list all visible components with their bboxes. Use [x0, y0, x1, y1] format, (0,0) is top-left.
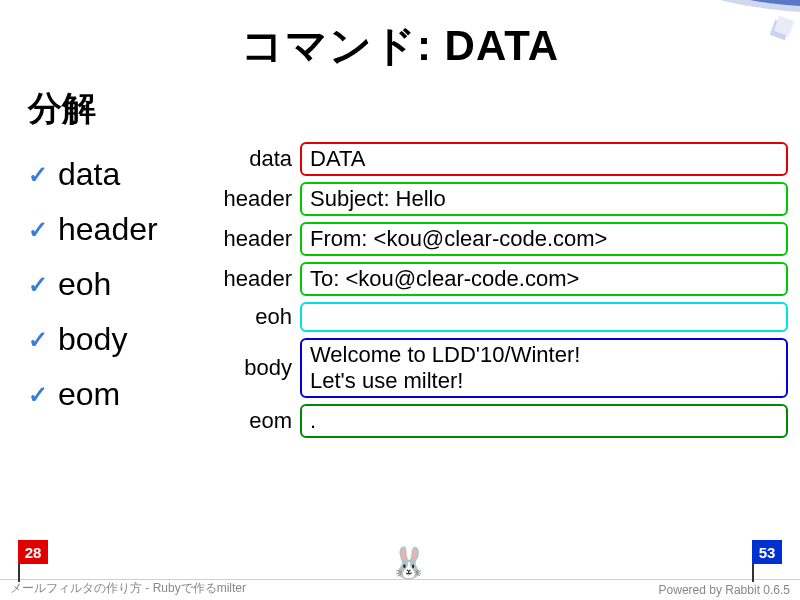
check-icon: ✓	[28, 381, 48, 409]
list-item: ✓body	[28, 321, 218, 358]
list-item: ✓data	[28, 156, 218, 193]
slide-subtitle: 分解	[28, 86, 800, 132]
corner-decoration	[680, 0, 800, 60]
row-label: eom	[218, 404, 300, 438]
list-item-label: body	[58, 321, 127, 358]
list-item: ✓eom	[28, 376, 218, 413]
rabbit-icon: 🐰	[390, 545, 427, 580]
row-label: header	[218, 222, 300, 256]
total-pages-number: 53	[752, 540, 782, 564]
check-icon: ✓	[28, 216, 48, 244]
diagram-row: body Welcome to LDD'10/Winter! Let's use…	[218, 338, 788, 398]
list-item: ✓header	[28, 211, 218, 248]
diagram-row: eom .	[218, 404, 788, 438]
list-item-label: eoh	[58, 266, 111, 303]
row-box-header: To: <kou@clear-code.com>	[300, 262, 788, 296]
diagram-row: header From: <kou@clear-code.com>	[218, 222, 788, 256]
row-box-eom: .	[300, 404, 788, 438]
row-label: data	[218, 142, 300, 176]
row-box-header: Subject: Hello	[300, 182, 788, 216]
row-label: header	[218, 262, 300, 296]
row-box-eoh	[300, 302, 788, 332]
footer-right-text: Powered by Rabbit 0.6.5	[659, 583, 790, 597]
check-icon: ✓	[28, 326, 48, 354]
list-item-label: header	[58, 211, 158, 248]
check-icon: ✓	[28, 161, 48, 189]
list-item-label: eom	[58, 376, 120, 413]
current-page-number: 28	[18, 540, 48, 564]
row-label: header	[218, 182, 300, 216]
row-label: eoh	[218, 302, 300, 332]
row-box-data: DATA	[300, 142, 788, 176]
diagram-row: data DATA	[218, 142, 788, 176]
footer: 28 🐰 53 メールフィルタの作り方 - Rubyで作るmilter Powe…	[0, 552, 800, 600]
breakdown-list: ✓data ✓header ✓eoh ✓body ✓eom	[28, 138, 218, 444]
flag-pole	[752, 564, 754, 582]
list-item-label: data	[58, 156, 120, 193]
footer-left-text: メールフィルタの作り方 - Rubyで作るmilter	[10, 580, 246, 597]
diagram-row: header Subject: Hello	[218, 182, 788, 216]
diagram-row: eoh	[218, 302, 788, 332]
diagram-row: header To: <kou@clear-code.com>	[218, 262, 788, 296]
smtp-diagram: data DATA header Subject: Hello header F…	[218, 138, 788, 444]
check-icon: ✓	[28, 271, 48, 299]
row-box-header: From: <kou@clear-code.com>	[300, 222, 788, 256]
current-page-flag: 28	[18, 540, 48, 582]
list-item: ✓eoh	[28, 266, 218, 303]
row-box-body: Welcome to LDD'10/Winter! Let's use milt…	[300, 338, 788, 398]
row-label: body	[218, 338, 300, 398]
total-pages-flag: 53	[752, 540, 782, 582]
